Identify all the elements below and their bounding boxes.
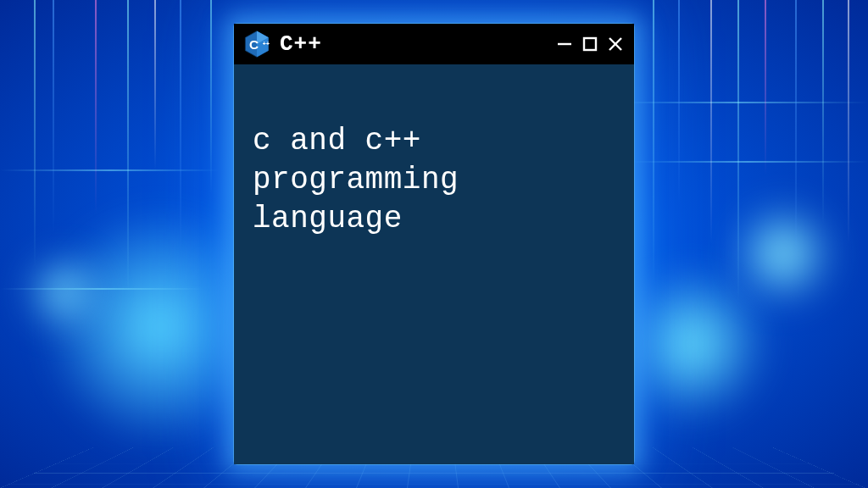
minimize-icon [556, 36, 573, 53]
close-button[interactable] [607, 36, 624, 53]
terminal-window: C + + C++ c and c++ programming language [234, 24, 634, 464]
close-icon [607, 36, 624, 53]
window-title: C++ [280, 31, 322, 57]
maximize-icon [581, 36, 598, 53]
minimize-button[interactable] [556, 36, 573, 53]
terminal-body[interactable]: c and c++ programming language [234, 64, 634, 464]
svg-text:+: + [266, 41, 270, 47]
svg-rect-7 [584, 38, 596, 50]
svg-text:+: + [263, 41, 266, 47]
cpp-hex-icon: C + + [242, 30, 271, 58]
svg-text:C: C [249, 37, 259, 52]
titlebar[interactable]: C + + C++ [234, 24, 634, 64]
window-controls [556, 36, 624, 53]
maximize-button[interactable] [581, 36, 598, 53]
terminal-text: c and c++ programming language [253, 124, 459, 236]
